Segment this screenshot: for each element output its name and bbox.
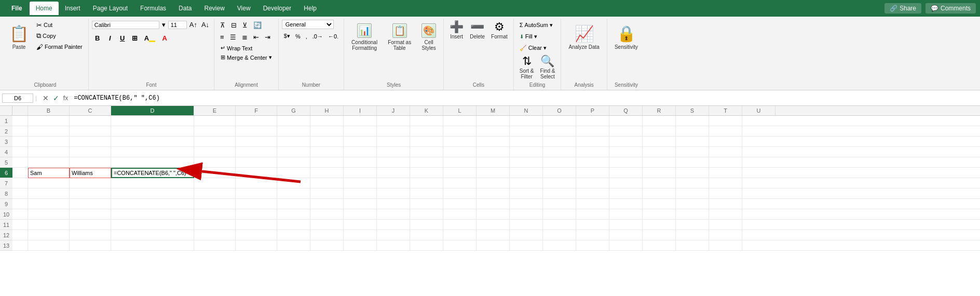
col-header-f[interactable]: F: [236, 106, 277, 115]
cell-i4[interactable]: [344, 147, 377, 157]
col-header-d[interactable]: D: [111, 106, 194, 115]
cell-n2[interactable]: [510, 126, 543, 137]
cell-e4[interactable]: [194, 147, 236, 157]
bold-button[interactable]: B: [92, 33, 103, 44]
cell-p11[interactable]: [576, 220, 609, 230]
cell-m3[interactable]: [477, 137, 510, 147]
cell-g9[interactable]: [277, 199, 310, 209]
cancel-formula-button[interactable]: ✕: [41, 93, 50, 103]
cell-n3[interactable]: [510, 137, 543, 147]
cell-d13[interactable]: [111, 240, 194, 251]
col-header-h[interactable]: H: [310, 106, 344, 115]
align-right-button[interactable]: ≣: [239, 32, 250, 43]
cell-p10[interactable]: [576, 209, 609, 220]
cell-b9[interactable]: [28, 199, 70, 209]
cell-h8[interactable]: [310, 189, 344, 199]
cell-t5[interactable]: [709, 157, 742, 168]
cell-a10[interactable]: [12, 209, 28, 220]
cell-s8[interactable]: [676, 189, 709, 199]
cell-q5[interactable]: [609, 157, 643, 168]
cell-b10[interactable]: [28, 209, 70, 220]
cell-o9[interactable]: [543, 199, 576, 209]
cell-i1[interactable]: [344, 116, 377, 126]
cell-f1[interactable]: [236, 116, 277, 126]
cell-t11[interactable]: [709, 220, 742, 230]
cell-e12[interactable]: [194, 230, 236, 240]
cell-o1[interactable]: [543, 116, 576, 126]
cell-e2[interactable]: [194, 126, 236, 137]
col-header-t[interactable]: T: [709, 106, 742, 115]
cell-p9[interactable]: [576, 199, 609, 209]
cell-b11[interactable]: [28, 220, 70, 230]
align-bottom-button[interactable]: ⊻: [240, 20, 250, 31]
tab-help[interactable]: Help: [297, 2, 323, 15]
tab-review[interactable]: Review: [198, 2, 230, 15]
number-format-select[interactable]: General Number Currency Date: [282, 20, 334, 29]
insert-button[interactable]: ➕ Insert: [447, 20, 466, 41]
cell-n6[interactable]: [510, 168, 543, 178]
cell-e1[interactable]: [194, 116, 236, 126]
cell-t1[interactable]: [709, 116, 742, 126]
tab-data[interactable]: Data: [172, 2, 198, 15]
cell-g6[interactable]: [277, 168, 310, 178]
row-num-2[interactable]: 2: [0, 126, 12, 137]
cell-m12[interactable]: [477, 230, 510, 240]
comma-button[interactable]: ,: [304, 32, 309, 41]
cell-d1[interactable]: [111, 116, 194, 126]
cell-c3[interactable]: [70, 137, 111, 147]
cell-s1[interactable]: [676, 116, 709, 126]
cell-p13[interactable]: [576, 240, 609, 251]
cell-t8[interactable]: [709, 189, 742, 199]
confirm-formula-button[interactable]: ✓: [51, 93, 61, 103]
merge-center-button[interactable]: ⊞ Merge & Center ▾: [217, 53, 275, 62]
cell-p12[interactable]: [576, 230, 609, 240]
cell-g3[interactable]: [277, 137, 310, 147]
cell-l6[interactable]: [443, 168, 477, 178]
cell-r6[interactable]: [643, 168, 676, 178]
cell-k5[interactable]: [410, 157, 443, 168]
row-num-1[interactable]: 1: [0, 116, 12, 126]
cell-d3[interactable]: [111, 137, 194, 147]
cell-c1[interactable]: [70, 116, 111, 126]
cell-t13[interactable]: [709, 240, 742, 251]
cell-g11[interactable]: [277, 220, 310, 230]
decrease-decimal-button[interactable]: .0→: [310, 32, 325, 41]
decrease-indent-button[interactable]: ⇤: [251, 32, 262, 43]
cell-i13[interactable]: [344, 240, 377, 251]
cell-p5[interactable]: [576, 157, 609, 168]
cell-j12[interactable]: [377, 230, 410, 240]
delete-button[interactable]: ➖ Delete: [467, 20, 487, 41]
tab-insert[interactable]: Insert: [59, 2, 87, 15]
cell-f11[interactable]: [236, 220, 277, 230]
cell-f7[interactable]: [236, 178, 277, 189]
cell-h13[interactable]: [310, 240, 344, 251]
row-num-6[interactable]: 6: [0, 168, 12, 178]
cell-j5[interactable]: [377, 157, 410, 168]
format-as-table-button[interactable]: 📋 Format asTable: [384, 20, 415, 54]
cell-c6[interactable]: Williams: [70, 168, 111, 178]
cell-n12[interactable]: [510, 230, 543, 240]
cell-k10[interactable]: [410, 209, 443, 220]
cell-g1[interactable]: [277, 116, 310, 126]
cell-j3[interactable]: [377, 137, 410, 147]
cell-f3[interactable]: [236, 137, 277, 147]
cell-n8[interactable]: [510, 189, 543, 199]
cell-g5[interactable]: [277, 157, 310, 168]
cell-a5[interactable]: [12, 157, 28, 168]
font-increase-button[interactable]: A↑: [188, 20, 199, 30]
cell-h11[interactable]: [310, 220, 344, 230]
cell-j9[interactable]: [377, 199, 410, 209]
cell-k13[interactable]: [410, 240, 443, 251]
underline-button[interactable]: U: [117, 33, 128, 44]
cell-e7[interactable]: [194, 178, 236, 189]
cell-d5[interactable]: [111, 157, 194, 168]
insert-function-button[interactable]: fx: [62, 94, 70, 102]
cell-s7[interactable]: [676, 178, 709, 189]
cell-styles-button[interactable]: 🎨 CellStyles: [417, 20, 440, 54]
cell-d11[interactable]: [111, 220, 194, 230]
cell-r2[interactable]: [643, 126, 676, 137]
cell-g12[interactable]: [277, 230, 310, 240]
cell-o13[interactable]: [543, 240, 576, 251]
cell-j1[interactable]: [377, 116, 410, 126]
cell-c4[interactable]: [70, 147, 111, 157]
